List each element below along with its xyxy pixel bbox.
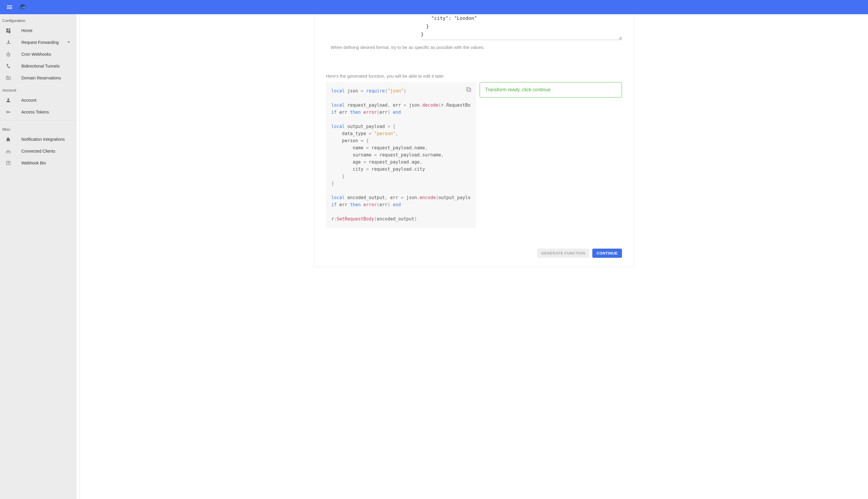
sidebar-item-cron-webhooks[interactable]: Cron Webhooks (0, 48, 76, 60)
sidebar-item-connected-clients[interactable]: Connected Clients (0, 145, 76, 157)
menu-toggle-button[interactable] (2, 0, 16, 14)
sidebar-section-account: Account (0, 84, 76, 94)
main-content: "city": "London" } } When defining desir… (80, 14, 868, 499)
sidebar-item-label: Domain Reservations (21, 75, 72, 80)
code-content: local json = require("json") local reque… (331, 87, 471, 222)
sidebar-item-notification-integrations[interactable]: Notification Integrations (0, 133, 76, 145)
webhook-icon (5, 39, 12, 46)
tunnel-icon (5, 62, 12, 70)
svg-rect-4 (468, 88, 471, 92)
desired-format-textarea[interactable]: "city": "London" } } (421, 14, 622, 40)
dashboard-icon (5, 27, 12, 34)
chevron-down-icon (66, 39, 72, 46)
sidebar-item-label: Webhook Bin (21, 161, 72, 165)
sidebar-section-configuration: Configuration (0, 14, 76, 25)
sidebar-item-domain-reservations[interactable]: Domain Reservations (0, 72, 76, 84)
sidebar-section-misc: Misc (0, 123, 76, 133)
sidebar-item-home[interactable]: Home (0, 25, 76, 36)
transform-status-box: Transform ready, click continue (480, 82, 622, 97)
app-logo (16, 1, 28, 13)
sidebar-item-label: Notification Integrations (21, 137, 72, 142)
generated-function-label: Here's the generated function, you will … (326, 73, 622, 78)
inbox-icon (5, 159, 12, 167)
json-line: "city": "London" (431, 15, 477, 21)
footer-actions: Generate Function Continue (326, 248, 622, 258)
timer-icon (5, 51, 12, 58)
divider (0, 120, 76, 121)
sidebar-item-access-tokens[interactable]: Access Tokens (0, 106, 76, 118)
key-icon (5, 108, 12, 115)
sidebar-item-request-forwarding[interactable]: Request Forwarding (0, 36, 76, 48)
sidebar-item-label: Access Tokens (21, 110, 72, 114)
hamburger-icon (6, 3, 13, 11)
domain-icon (5, 74, 12, 82)
person-icon (5, 97, 12, 104)
svg-point-1 (8, 98, 9, 100)
resize-handle-icon[interactable] (618, 36, 622, 39)
sidebar: Configuration Home Request Forwarding Cr… (0, 14, 76, 499)
topbar (0, 0, 868, 14)
sidebar-item-bidirectional-tunnels[interactable]: Bidirectional Tunnels (0, 60, 76, 72)
svg-rect-3 (6, 152, 10, 153)
status-text: Transform ready, click continue (485, 87, 551, 92)
logo-icon (19, 3, 26, 11)
router-icon (5, 148, 12, 155)
copy-code-button[interactable] (466, 86, 472, 95)
form-card: "city": "London" } } When defining desir… (314, 14, 634, 267)
sidebar-item-label: Connected Clients (21, 149, 72, 154)
sidebar-item-label: Cron Webhooks (21, 52, 72, 57)
extension-icon (5, 136, 12, 143)
copy-icon (466, 86, 472, 93)
svg-point-2 (7, 111, 8, 113)
svg-rect-5 (466, 87, 470, 90)
generate-function-button: Generate Function (537, 248, 590, 258)
sidebar-item-webhook-bin[interactable]: Webhook Bin (0, 157, 76, 169)
sidebar-item-label: Home (21, 28, 72, 33)
sidebar-item-account[interactable]: Account (0, 94, 76, 106)
sidebar-item-label: Request Forwarding (21, 40, 66, 45)
generated-code-box: local json = require("json") local reque… (326, 82, 476, 228)
format-hint-text: When defining desired format, try to be … (331, 45, 622, 50)
sidebar-item-label: Bidirectional Tunnels (21, 64, 72, 69)
continue-button[interactable]: Continue (592, 248, 622, 258)
sidebar-item-label: Account (21, 98, 72, 102)
